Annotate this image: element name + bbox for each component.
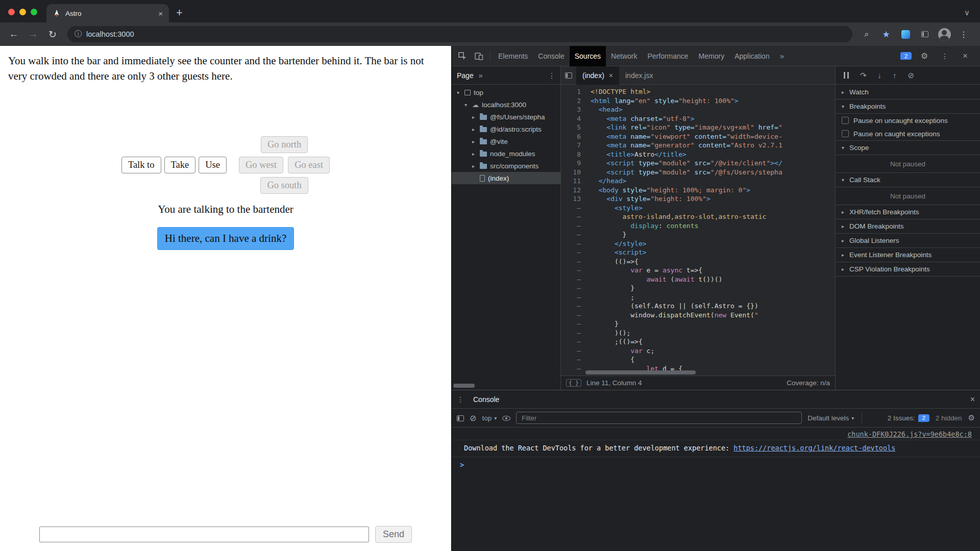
code-line[interactable]: <style> bbox=[591, 204, 835, 213]
code-line[interactable]: var c; bbox=[591, 346, 835, 356]
browser-tab[interactable]: Astro × bbox=[46, 4, 169, 22]
section-header-global-listeners[interactable]: ▸Global Listeners bbox=[836, 233, 980, 247]
tree-expander-icon[interactable]: ▸ bbox=[470, 114, 477, 120]
site-info-icon[interactable]: ⓘ bbox=[75, 30, 82, 39]
code-line[interactable]: <!DOCTYPE html> bbox=[591, 87, 835, 96]
tree-expander-icon[interactable]: ▾ bbox=[455, 90, 461, 95]
line-number[interactable]: – bbox=[561, 239, 581, 248]
step-into-icon[interactable]: ↓ bbox=[878, 71, 882, 80]
line-number[interactable]: 8 bbox=[561, 150, 581, 159]
code-line[interactable]: { bbox=[591, 355, 835, 364]
devtools-settings-gear-icon[interactable]: ⚙ bbox=[917, 48, 932, 64]
line-number[interactable]: – bbox=[561, 311, 581, 320]
issues-counter-badge[interactable]: 2 bbox=[900, 52, 912, 60]
devtools-tab-console[interactable]: Console bbox=[533, 46, 569, 66]
devtools-close-icon[interactable]: × bbox=[958, 48, 973, 64]
message-input[interactable] bbox=[39, 527, 369, 542]
use-button[interactable]: Use bbox=[199, 157, 227, 173]
tree-expander-icon[interactable]: ▸ bbox=[470, 163, 477, 169]
editor-tab-index[interactable]: (index) × bbox=[576, 66, 619, 85]
tree-item-src-components[interactable]: ▸src/components bbox=[452, 160, 560, 172]
line-number[interactable]: – bbox=[561, 212, 581, 221]
dialog-option-button[interactable]: Hi there, can I have a drink? bbox=[157, 227, 294, 250]
line-number[interactable]: 9 bbox=[561, 159, 581, 168]
section-header-xhr-fetch-breakpoints[interactable]: ▸XHR/fetch Breakpoints bbox=[836, 205, 980, 219]
go-east-button[interactable]: Go east bbox=[288, 157, 330, 173]
tree-expander-icon[interactable]: ▸ bbox=[470, 139, 477, 144]
code-line[interactable]: </head> bbox=[591, 177, 835, 186]
code-line[interactable]: <meta name="viewport" content="width=dev… bbox=[591, 132, 835, 141]
take-button[interactable]: Take bbox=[164, 157, 196, 173]
deactivate-breakpoints-icon[interactable]: ⊘ bbox=[908, 71, 915, 80]
line-number[interactable]: – bbox=[561, 364, 581, 373]
code-line[interactable]: </style> bbox=[591, 239, 835, 248]
line-number[interactable]: – bbox=[561, 293, 581, 302]
drawer-close-icon[interactable]: × bbox=[970, 395, 975, 404]
code-line[interactable]: <head> bbox=[591, 105, 835, 114]
extension-icon[interactable] bbox=[897, 26, 914, 42]
console-drawer-tab[interactable]: Console bbox=[470, 390, 502, 409]
side-panel-icon[interactable] bbox=[917, 26, 933, 42]
code-line[interactable]: <body style="height: 100%; margin: 0"> bbox=[591, 186, 835, 195]
console-prompt[interactable]: > bbox=[452, 457, 980, 472]
navigator-scrollbar[interactable] bbox=[453, 384, 559, 388]
reload-button[interactable]: ↻ bbox=[44, 26, 61, 43]
code-line[interactable]: } bbox=[591, 284, 835, 293]
section-header-call-stack[interactable]: ▾Call Stack bbox=[836, 172, 980, 187]
line-number[interactable]: 4 bbox=[561, 114, 581, 123]
line-number[interactable]: – bbox=[561, 355, 581, 364]
execution-context-selector[interactable]: top ▾ bbox=[482, 414, 497, 422]
line-number[interactable]: – bbox=[561, 275, 581, 284]
code-line[interactable]: <meta charset="utf-8"> bbox=[591, 114, 835, 123]
log-levels-selector[interactable]: Default levels ▾ bbox=[807, 414, 854, 422]
tab-search-icon[interactable]: ∨ bbox=[954, 8, 980, 22]
code-line[interactable]: ; bbox=[591, 293, 835, 302]
go-west-button[interactable]: Go west bbox=[239, 157, 283, 173]
address-bar[interactable]: ⓘ localhost:3000 bbox=[67, 26, 852, 42]
line-number[interactable]: – bbox=[561, 257, 581, 266]
console-filter-input[interactable] bbox=[516, 412, 802, 424]
tree-item-node-modules[interactable]: ▸node_modules bbox=[452, 147, 560, 160]
line-number[interactable]: – bbox=[561, 248, 581, 257]
section-header-event-listener-breakpoints[interactable]: ▸Event Listener Breakpoints bbox=[836, 247, 980, 262]
code-line[interactable]: } bbox=[591, 319, 835, 329]
pretty-print-icon[interactable]: { } bbox=[566, 379, 581, 387]
go-north-button[interactable]: Go north bbox=[261, 136, 308, 153]
devtools-tab-memory[interactable]: Memory bbox=[694, 46, 730, 66]
devtools-menu-icon[interactable]: ⋮ bbox=[937, 48, 952, 64]
devtools-tab-network[interactable]: Network bbox=[606, 46, 642, 66]
close-window-button[interactable] bbox=[8, 9, 15, 15]
back-button[interactable]: ← bbox=[5, 26, 22, 43]
code-line[interactable]: window.dispatchEvent(new Event(" bbox=[591, 311, 835, 320]
line-number[interactable]: 10 bbox=[561, 168, 581, 177]
tree-item-top[interactable]: ▾top bbox=[452, 86, 560, 98]
navigator-menu-icon[interactable]: ⋮ bbox=[548, 71, 555, 80]
zoom-window-button[interactable] bbox=[31, 9, 37, 15]
code-line[interactable]: <script> bbox=[591, 248, 835, 257]
code-line[interactable]: <html lang="en" style="height: 100%"> bbox=[591, 96, 835, 106]
hide-navigator-icon[interactable] bbox=[561, 68, 576, 83]
minimize-window-button[interactable] bbox=[19, 9, 26, 15]
line-number[interactable]: 6 bbox=[561, 132, 581, 141]
send-button[interactable]: Send bbox=[375, 526, 412, 543]
code-line[interactable]: )(); bbox=[591, 329, 835, 338]
go-south-button[interactable]: Go south bbox=[260, 177, 308, 194]
tree-item-fs-users-stepha[interactable]: ▸@fs/Users/stepha bbox=[452, 111, 560, 123]
tree-expander-icon[interactable]: ▸ bbox=[470, 151, 477, 157]
code-line[interactable]: (self.Astro || (self.Astro = {}) bbox=[591, 302, 835, 311]
code-line[interactable]: <div style="height: 100%"> bbox=[591, 194, 835, 204]
search-icon[interactable]: ⌕ bbox=[859, 26, 875, 42]
console-sidebar-toggle-icon[interactable] bbox=[457, 414, 464, 422]
tree-item-localhost-3000[interactable]: ▾☁localhost:3000 bbox=[452, 98, 560, 111]
code-line[interactable]: <meta name="generator" content="Astro v2… bbox=[591, 141, 835, 150]
forward-button[interactable]: → bbox=[24, 26, 42, 43]
section-header-csp-violation-breakpoints[interactable]: ▸CSP Violation Breakpoints bbox=[836, 262, 980, 276]
code-line[interactable]: <link rel="icon" type="image/svg+xml" hr… bbox=[591, 123, 835, 132]
tab-close-icon[interactable]: × bbox=[158, 9, 163, 18]
line-number[interactable]: 3 bbox=[561, 105, 581, 114]
tree-expander-icon[interactable]: ▾ bbox=[462, 102, 469, 108]
new-tab-button[interactable]: + bbox=[169, 6, 190, 22]
navigator-more-tabs-icon[interactable]: » bbox=[479, 71, 483, 80]
section-header-dom-breakpoints[interactable]: ▸DOM Breakpoints bbox=[836, 219, 980, 233]
section-header-breakpoints[interactable]: ▾Breakpoints bbox=[836, 99, 980, 113]
